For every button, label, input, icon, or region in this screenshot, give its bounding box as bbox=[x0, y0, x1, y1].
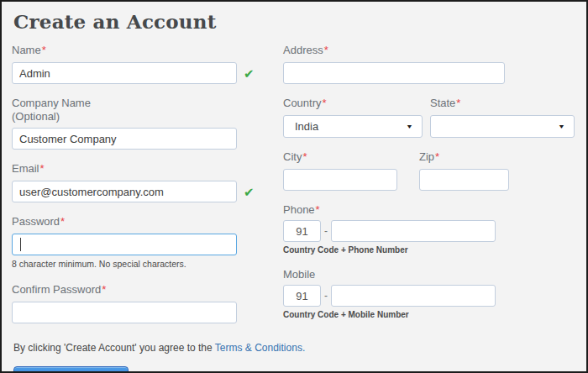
country-label-text: Country bbox=[283, 97, 322, 109]
city-label: City* bbox=[283, 150, 397, 164]
phone-country-code-input[interactable] bbox=[283, 220, 321, 242]
state-field-group: State* ▼ bbox=[430, 97, 575, 138]
company-label: Company Name (Optional) bbox=[12, 97, 255, 123]
password-hint: 8 character minimum. No special characte… bbox=[12, 259, 255, 269]
address-label: Address* bbox=[283, 44, 575, 57]
terms-agreement: By clicking 'Create Account' you agree t… bbox=[13, 342, 576, 354]
required-asterisk: * bbox=[435, 150, 439, 163]
chevron-down-icon: ▼ bbox=[558, 118, 565, 135]
mobile-hint: Country Code + Mobile Number bbox=[283, 310, 575, 319]
page-title: Create an Account bbox=[13, 10, 576, 33]
phone-label-text: Phone bbox=[283, 203, 315, 216]
password-input[interactable] bbox=[12, 234, 237, 255]
email-input[interactable] bbox=[12, 181, 237, 202]
country-select[interactable]: India ▼ bbox=[283, 115, 423, 138]
name-field-group: Name* ✔ bbox=[12, 44, 255, 84]
required-asterisk: * bbox=[102, 283, 106, 296]
password-label: Password* bbox=[12, 215, 255, 229]
form-actions: Create Account Back bbox=[13, 366, 576, 373]
phone-separator: - bbox=[324, 225, 328, 237]
email-label-text: Email bbox=[12, 162, 39, 175]
right-column: Address* Country* India ▼ State* ▼ bbox=[283, 44, 575, 336]
company-input[interactable] bbox=[12, 128, 237, 150]
zip-field-group: Zip* bbox=[419, 150, 509, 191]
zip-label: Zip* bbox=[419, 150, 509, 164]
valid-check-icon: ✔ bbox=[244, 186, 255, 198]
city-field-group: City* bbox=[283, 150, 397, 191]
confirm-password-field-group: Confirm Password* bbox=[12, 283, 255, 323]
confirm-password-input[interactable] bbox=[12, 302, 237, 323]
email-label: Email* bbox=[12, 162, 255, 176]
state-select[interactable]: ▼ bbox=[430, 115, 575, 138]
create-account-button[interactable]: Create Account bbox=[13, 366, 129, 373]
password-label-text: Password bbox=[12, 215, 60, 228]
country-label: Country* bbox=[283, 97, 423, 110]
required-asterisk: * bbox=[42, 44, 46, 56]
phone-number-input[interactable] bbox=[331, 220, 496, 242]
state-label-text: State bbox=[430, 97, 455, 109]
left-column: Name* ✔ Company Name (Optional) Email* ✔ bbox=[12, 44, 255, 336]
required-asterisk: * bbox=[456, 97, 460, 109]
terms-link[interactable]: Terms & Conditions. bbox=[215, 342, 305, 354]
password-field-group: Password* 8 character minimum. No specia… bbox=[12, 215, 255, 269]
text-caret bbox=[20, 238, 21, 251]
form-columns: Name* ✔ Company Name (Optional) Email* ✔ bbox=[12, 44, 576, 336]
address-input[interactable] bbox=[283, 62, 505, 84]
name-label: Name* bbox=[12, 44, 255, 57]
name-label-text: Name bbox=[12, 44, 41, 56]
create-account-page: Create an Account Name* ✔ Company Name (… bbox=[2, 2, 586, 371]
mobile-field-group: Mobile - Country Code + Mobile Number bbox=[283, 268, 575, 319]
phone-label: Phone* bbox=[283, 203, 575, 217]
country-field-group: Country* India ▼ bbox=[283, 97, 423, 138]
mobile-label: Mobile bbox=[283, 268, 575, 281]
mobile-label-text: Mobile bbox=[283, 268, 315, 281]
phone-field-group: Phone* - Country Code + Phone Number bbox=[283, 203, 575, 255]
required-asterisk: * bbox=[324, 44, 328, 56]
required-asterisk: * bbox=[60, 215, 65, 228]
country-selected-value: India bbox=[295, 120, 318, 133]
valid-check-icon: ✔ bbox=[244, 67, 255, 80]
company-label-text: Company Name bbox=[12, 97, 255, 110]
city-label-text: City bbox=[283, 150, 302, 163]
zip-label-text: Zip bbox=[419, 150, 434, 163]
required-asterisk: * bbox=[40, 162, 45, 175]
chevron-down-icon: ▼ bbox=[406, 118, 413, 135]
mobile-number-input[interactable] bbox=[331, 285, 496, 307]
name-input[interactable] bbox=[12, 62, 237, 84]
address-field-group: Address* bbox=[283, 44, 575, 84]
email-field-group: Email* ✔ bbox=[12, 162, 255, 202]
company-optional-text: (Optional) bbox=[12, 110, 255, 123]
state-label: State* bbox=[430, 97, 575, 110]
phone-hint: Country Code + Phone Number bbox=[283, 245, 575, 255]
confirm-password-label-text: Confirm Password bbox=[12, 283, 101, 296]
mobile-country-code-input[interactable] bbox=[283, 285, 321, 307]
zip-input[interactable] bbox=[419, 169, 509, 191]
address-label-text: Address bbox=[283, 44, 323, 56]
mobile-separator: - bbox=[324, 290, 328, 302]
company-field-group: Company Name (Optional) bbox=[12, 97, 255, 150]
terms-text: By clicking 'Create Account' you agree t… bbox=[13, 342, 215, 354]
required-asterisk: * bbox=[323, 97, 327, 109]
city-input[interactable] bbox=[283, 169, 397, 191]
confirm-password-label: Confirm Password* bbox=[12, 283, 255, 297]
required-asterisk: * bbox=[302, 150, 307, 163]
required-asterisk: * bbox=[316, 203, 320, 216]
